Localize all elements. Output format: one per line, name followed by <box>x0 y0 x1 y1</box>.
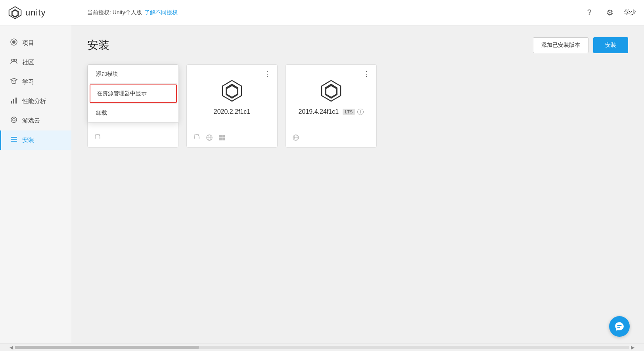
gear-icon: ⚙ <box>606 8 613 17</box>
unity-logo-card3 <box>319 79 343 103</box>
svg-rect-29 <box>219 135 222 138</box>
unity-logo-icon <box>8 6 22 20</box>
sidebar-item-install-label: 安装 <box>22 136 34 144</box>
svg-rect-32 <box>222 138 225 141</box>
lts-info-icon[interactable]: i <box>357 109 364 115</box>
card3-footer <box>286 130 376 147</box>
svg-line-24 <box>195 134 195 135</box>
windows-icon-2 <box>218 134 226 143</box>
page-actions: 添加已安装版本 安装 <box>533 37 628 53</box>
menu-divider <box>90 83 177 84</box>
svg-rect-30 <box>222 135 225 138</box>
sidebar-item-analytics[interactable]: 性能分析 <box>0 92 71 111</box>
card1-footer <box>88 130 178 147</box>
svg-point-4 <box>12 40 15 44</box>
page-title: 安装 <box>87 38 109 53</box>
show-in-explorer-item[interactable]: 在资源管理器中显示 <box>90 84 177 103</box>
webgl-icon-2 <box>206 134 213 143</box>
license-label: 当前授权: Unity个人版 <box>87 9 142 16</box>
sidebar-item-learn[interactable]: 学习 <box>0 72 71 92</box>
logo: unity <box>8 6 87 20</box>
scroll-right-arrow[interactable]: ▶ <box>629 345 636 350</box>
card3-version: 2019.4.24f1c1 <box>299 108 339 115</box>
svg-rect-7 <box>11 101 12 104</box>
chat-icon <box>614 321 625 332</box>
svg-point-10 <box>11 117 17 123</box>
cards-container: 添加模块 在资源管理器中显示 卸载 <box>87 64 628 148</box>
sidebar-item-install[interactable]: 安装 <box>0 130 71 150</box>
license-info: 当前授权: Unity个人版 了解不同授权 <box>87 9 583 16</box>
card2-menu-button[interactable]: ⋮ <box>261 69 273 79</box>
svg-rect-9 <box>15 98 17 104</box>
add-installed-button[interactable]: 添加已安装版本 <box>533 37 588 53</box>
help-button[interactable]: ? <box>583 6 596 19</box>
svg-point-5 <box>12 59 14 61</box>
sidebar: 项目 社区 学习 性能分析 游戏云 <box>0 25 71 343</box>
add-module-item[interactable]: 添加模块 <box>88 65 178 83</box>
community-icon <box>10 58 18 67</box>
svg-line-18 <box>99 134 100 135</box>
learn-icon <box>10 77 18 87</box>
sidebar-item-cloud-label: 游戏云 <box>22 117 40 125</box>
header-actions: ? ⚙ 学少 <box>583 6 636 19</box>
card3-menu-button[interactable]: ⋮ <box>360 69 372 79</box>
scroll-left-arrow[interactable]: ◀ <box>8 345 15 350</box>
sidebar-item-community-label: 社区 <box>22 59 34 66</box>
projects-icon <box>10 38 18 48</box>
svg-rect-23 <box>199 137 199 138</box>
card2-version: 2020.2.2f1c1 <box>214 108 251 115</box>
svg-line-25 <box>198 134 199 135</box>
webgl-icon-3 <box>292 134 299 143</box>
lts-badge: LTS <box>343 109 355 115</box>
main-layout: 项目 社区 学习 性能分析 游戏云 <box>0 25 644 343</box>
svg-rect-15 <box>95 137 96 138</box>
logo-text: unity <box>25 8 46 18</box>
card2-footer <box>187 130 277 147</box>
learn-button[interactable]: 学少 <box>624 9 636 16</box>
sidebar-item-projects-label: 项目 <box>22 39 34 47</box>
header: unity 当前授权: Unity个人版 了解不同授权 ? ⚙ 学少 <box>0 0 644 25</box>
sidebar-item-cloud[interactable]: 游戏云 <box>0 111 71 130</box>
scrollbar-bottom: ◀ ▶ <box>0 343 644 351</box>
page-header: 安装 添加已安装版本 安装 <box>87 37 628 53</box>
unity-logo-card2 <box>220 79 244 103</box>
license-link[interactable]: 了解不同授权 <box>144 9 178 16</box>
scrollbar-thumb[interactable] <box>15 346 199 349</box>
svg-rect-22 <box>194 137 195 138</box>
svg-rect-16 <box>100 137 100 138</box>
install-card-2: ⋮ 2020.2.2f1c1 <box>186 64 278 148</box>
svg-point-11 <box>13 119 15 121</box>
sidebar-item-projects[interactable]: 项目 <box>0 33 71 53</box>
help-icon: ? <box>587 8 591 17</box>
sidebar-item-learn-label: 学习 <box>22 78 34 86</box>
sidebar-item-analytics-label: 性能分析 <box>22 98 46 105</box>
install-card-3: ⋮ 2019.4.24f1c1 LTS i <box>286 64 377 148</box>
sidebar-item-community[interactable]: 社区 <box>0 53 71 72</box>
analytics-icon <box>10 96 18 106</box>
context-menu: 添加模块 在资源管理器中显示 卸载 <box>88 65 179 123</box>
svg-rect-8 <box>13 99 14 104</box>
cloud-icon <box>10 116 18 126</box>
install-card-1: 添加模块 在资源管理器中显示 卸载 <box>87 64 178 148</box>
android-icon <box>94 134 101 143</box>
install-icon <box>10 135 18 145</box>
svg-rect-31 <box>219 138 222 141</box>
svg-point-6 <box>14 59 17 61</box>
svg-line-17 <box>96 134 96 135</box>
android-icon-2 <box>193 134 200 143</box>
install-button[interactable]: 安装 <box>593 37 628 53</box>
settings-button[interactable]: ⚙ <box>604 6 616 19</box>
chat-button[interactable] <box>609 316 630 337</box>
uninstall-item[interactable]: 卸载 <box>88 104 178 122</box>
scrollbar-track[interactable] <box>15 346 629 349</box>
main-content: 安装 添加已安装版本 安装 添加模块 在资源管理器中显示 <box>71 25 644 343</box>
